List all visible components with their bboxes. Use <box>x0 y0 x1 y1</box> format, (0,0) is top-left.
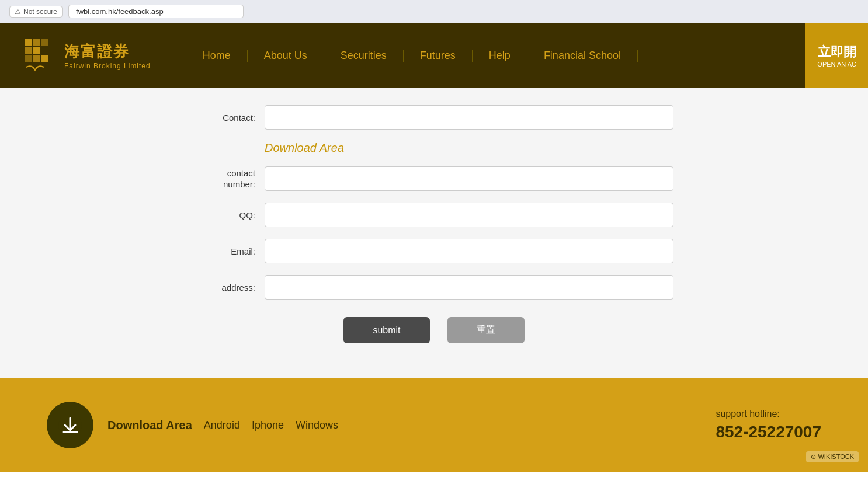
footer-links: Download Area Android Iphone Windows <box>107 419 338 432</box>
svg-rect-5 <box>33 47 40 54</box>
form-container: Contact: Download Area contact number: Q… <box>171 105 697 343</box>
qq-input[interactable] <box>265 203 673 227</box>
download-icon <box>57 412 83 438</box>
email-label: Email: <box>195 246 265 256</box>
reset-button[interactable]: 重置 <box>447 317 525 343</box>
qq-row: QQ: <box>195 203 673 227</box>
contact-number-input[interactable] <box>265 166 673 191</box>
address-row: address: <box>195 275 673 300</box>
email-input[interactable] <box>265 239 673 263</box>
nav-about-us[interactable]: About Us <box>248 50 324 62</box>
nav-links: Home About Us Securities Futures Help Fi… <box>186 50 845 62</box>
url-bar[interactable]: fwbl.com.hk/feedback.asp <box>68 5 244 18</box>
contact-number-row: contact number: <box>195 166 673 191</box>
support-hotline-number: 852-25227007 <box>716 423 821 441</box>
buttons-row: submit 重置 <box>195 317 673 343</box>
footer-left: Download Area Android Iphone Windows <box>47 402 645 448</box>
nav-home[interactable]: Home <box>186 50 248 62</box>
nav-securities[interactable]: Securities <box>324 50 404 62</box>
browser-bar: ⚠ Not secure fwbl.com.hk/feedback.asp <box>0 0 868 23</box>
download-icon-circle <box>47 402 93 448</box>
nav-help[interactable]: Help <box>473 50 527 62</box>
footer: Download Area Android Iphone Windows sup… <box>0 378 868 472</box>
logo-text-block: 海富證券 Fairwin Broking Limited <box>64 41 151 70</box>
contact-input[interactable] <box>265 105 673 130</box>
contact-row: Contact: <box>195 105 673 130</box>
nav-financial-school[interactable]: Financial School <box>527 50 638 62</box>
footer-android-link[interactable]: Android <box>204 419 240 431</box>
nav-futures[interactable]: Futures <box>404 50 473 62</box>
main-content: Contact: Download Area contact number: Q… <box>0 88 868 378</box>
svg-rect-7 <box>33 55 40 62</box>
not-secure-indicator: ⚠ Not secure <box>9 6 63 18</box>
wikistocks-watermark: ⊙ WIKISTOCK <box>806 451 859 462</box>
qq-label: QQ: <box>195 210 265 220</box>
open-account-button[interactable]: 立即開 OPEN AN AC <box>805 23 868 88</box>
navbar: 海富證券 Fairwin Broking Limited Home About … <box>0 23 868 88</box>
svg-rect-2 <box>33 39 40 46</box>
contact-label: Contact: <box>195 113 265 123</box>
email-row: Email: <box>195 239 673 263</box>
svg-rect-6 <box>25 55 32 62</box>
footer-iphone-link[interactable]: Iphone <box>252 419 284 431</box>
contact-number-label: contact number: <box>195 168 265 190</box>
logo-area: 海富證券 Fairwin Broking Limited <box>23 38 151 73</box>
svg-rect-3 <box>41 39 48 46</box>
svg-rect-4 <box>25 47 32 54</box>
submit-button[interactable]: submit <box>343 317 429 343</box>
address-input[interactable] <box>265 275 673 300</box>
download-area-title: Download Area <box>265 141 673 155</box>
logo-icon <box>23 38 58 73</box>
support-hotline-label: support hotline: <box>716 409 821 419</box>
footer-windows-link[interactable]: Windows <box>296 419 338 431</box>
warning-icon: ⚠ <box>15 8 21 16</box>
svg-rect-8 <box>41 55 48 62</box>
footer-divider <box>680 396 680 454</box>
address-label: address: <box>195 283 265 292</box>
svg-rect-1 <box>25 39 32 46</box>
footer-right: support hotline: 852-25227007 <box>716 409 821 441</box>
footer-download-area-label: Download Area <box>107 419 192 432</box>
